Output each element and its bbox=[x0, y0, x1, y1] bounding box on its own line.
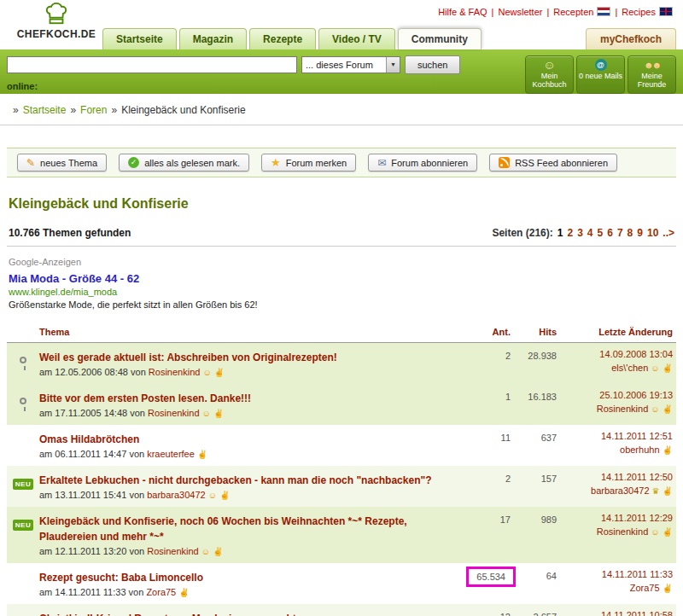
toolbar-button-star[interactable]: ★Forum merken bbox=[261, 154, 356, 171]
page-number-9[interactable]: 9 bbox=[637, 227, 643, 239]
toolbar-button-pencil[interactable]: ✎neues Thema bbox=[17, 154, 107, 171]
author-link[interactable]: Rosinenkind bbox=[147, 546, 199, 556]
at-icon: @ bbox=[595, 59, 607, 71]
topic-title-link[interactable]: Kleingebäck und Konfiserie, noch 06 Woch… bbox=[39, 515, 407, 543]
search-scope-select[interactable]: ... dieses Forum ▼ bbox=[301, 56, 400, 73]
hits-cell: 28.938 bbox=[511, 349, 557, 378]
topic-title-link[interactable]: Christkindl-Kringel Rezept von Max Inzin… bbox=[39, 613, 296, 616]
author-link[interactable]: Rosinenkind bbox=[148, 408, 200, 418]
page-number-2[interactable]: 2 bbox=[567, 227, 573, 239]
page-number-5[interactable]: 5 bbox=[598, 227, 604, 239]
table-row: Bitte vor dem ersten Posten lesen. Danke… bbox=[7, 384, 676, 425]
ad-url-link[interactable]: www.klingel.de/mia_moda bbox=[9, 287, 676, 297]
author-link[interactable]: Zora75 bbox=[146, 587, 176, 597]
topic-cell: Kleingebäck und Konfiserie, noch 06 Woch… bbox=[39, 513, 461, 557]
hits-cell: 2.657 bbox=[511, 610, 557, 616]
page-number-10[interactable]: 10 bbox=[647, 227, 658, 239]
topic-title-link[interactable]: Omas Hildabrötchen bbox=[39, 433, 139, 445]
last-author-link[interactable]: els\'chen bbox=[611, 363, 648, 373]
last-change-author: oberhuhn✌ bbox=[557, 445, 673, 455]
tab-mychefkoch[interactable]: myChefkoch bbox=[586, 28, 676, 49]
page-number-7[interactable]: 7 bbox=[617, 227, 623, 239]
toolbar-button-mail[interactable]: ✉Forum abonnieren bbox=[368, 154, 477, 171]
last-author-link[interactable]: oberhuhn bbox=[620, 445, 660, 455]
cool-smiley-icon: ☺ bbox=[202, 368, 211, 377]
table-row: NEUChristkindl-Kringel Rezept von Max In… bbox=[7, 604, 676, 616]
last-change-author: barbara30472♛✌ bbox=[557, 485, 673, 496]
topic-subtitle: am 17.11.2005 14:48 von Rosinenkind☺✌ bbox=[39, 408, 451, 419]
pinned-icon bbox=[20, 398, 26, 404]
author-link[interactable]: barbara30472 bbox=[147, 490, 206, 500]
top-link-recipes[interactable]: Recipes bbox=[622, 7, 656, 17]
chefkoch-logo[interactable]: CHEFKOCH.DE bbox=[14, 2, 99, 41]
hand-icon: ✌ bbox=[663, 363, 673, 373]
author-link[interactable]: Rosinenkind bbox=[149, 367, 201, 377]
page-number-3[interactable]: 3 bbox=[577, 227, 583, 239]
ad-title-link[interactable]: Mia Moda - Größe 44 - 62 bbox=[9, 272, 676, 285]
page-number-6[interactable]: 6 bbox=[607, 227, 613, 239]
breadcrumb-startseite[interactable]: Startseite bbox=[23, 104, 67, 116]
tab-rezepte[interactable]: Rezepte bbox=[249, 28, 316, 49]
tab-video-tv[interactable]: Video / TV bbox=[318, 28, 395, 49]
page-number-1: 1 bbox=[557, 227, 563, 239]
tab-startseite[interactable]: Startseite bbox=[102, 28, 177, 49]
topic-title-link[interactable]: Weil es gerade aktuell ist: Abschreiben … bbox=[39, 352, 337, 363]
top-link-newsletter[interactable]: Newsletter bbox=[498, 7, 542, 17]
star-icon: ★ bbox=[271, 158, 281, 168]
link-separator: | bbox=[615, 7, 617, 17]
last-change-author: Rosinenkind☺✌ bbox=[557, 526, 673, 537]
page-number-[interactable]: ..> bbox=[663, 227, 674, 239]
hand-icon: ✌ bbox=[178, 588, 189, 597]
last-change-cell: 14.11.2011 12:50barbara30472♛✌ bbox=[557, 472, 676, 501]
top-link-hilfe-faq[interactable]: Hilfe & FAQ bbox=[438, 7, 487, 17]
topic-title-link[interactable]: Erkaltete Lebkuchen - nicht durchgebacke… bbox=[39, 474, 432, 486]
tab-community[interactable]: Community bbox=[398, 28, 482, 49]
quick-button-kochbuch[interactable]: ☺Mein Kochbuch bbox=[525, 55, 574, 94]
cool-smiley-icon: ☺ bbox=[202, 409, 211, 418]
topic-title-link[interactable]: Rezept gesucht: Baba Limoncello bbox=[39, 572, 203, 584]
hits-cell: 637 bbox=[511, 431, 557, 460]
toolbar-button-rss[interactable]: RSS Feed abonnieren bbox=[489, 154, 617, 171]
toolbar-button-check[interactable]: ✓alles als gelesen mark. bbox=[119, 154, 249, 171]
topic-subtitle: am 12.11.2011 13:20 von Rosinenkind☺✌ bbox=[39, 546, 451, 557]
last-change-date: 14.11.2011 11:33 bbox=[557, 569, 673, 579]
tab-magazin[interactable]: Magazin bbox=[179, 28, 247, 49]
friends-icon: ☻☻ bbox=[628, 58, 675, 72]
breadcrumb-separator: » bbox=[70, 104, 76, 116]
chef-hat-icon bbox=[42, 2, 71, 26]
quick-button-mails[interactable]: @0 neue Mails bbox=[576, 55, 625, 94]
last-author-link[interactable]: Rosinenkind bbox=[597, 404, 649, 414]
author-link[interactable]: kraeuterfee bbox=[147, 449, 195, 459]
answer-count: 17 bbox=[500, 514, 511, 525]
pencil-icon: ✎ bbox=[26, 158, 35, 168]
page-number-8[interactable]: 8 bbox=[628, 227, 633, 239]
hits-cell: 157 bbox=[511, 472, 557, 501]
breadcrumb-foren[interactable]: Foren bbox=[80, 104, 107, 116]
table-header-row: Thema Ant. Hits Letzte Änderung bbox=[7, 323, 676, 343]
crown-icon: ♛ bbox=[652, 486, 660, 496]
answers-cell: 12 bbox=[461, 610, 511, 616]
search-button[interactable]: suchen bbox=[405, 55, 460, 74]
breadcrumb-separator: » bbox=[111, 104, 117, 116]
topic-subtitle: am 12.05.2006 08:48 von Rosinenkind☺✌ bbox=[39, 367, 451, 378]
last-author-link[interactable]: barbara30472 bbox=[591, 485, 650, 496]
row-gutter bbox=[7, 569, 39, 598]
envelope-icon: ✉ bbox=[377, 158, 386, 168]
ad-label: Google-Anzeigen bbox=[9, 257, 676, 267]
table-body: Weil es gerade aktuell ist: Abschreiben … bbox=[7, 343, 676, 616]
search-input[interactable] bbox=[7, 56, 297, 73]
page-number-4[interactable]: 4 bbox=[587, 227, 593, 239]
last-author-link[interactable]: Zora75 bbox=[630, 583, 660, 593]
page-title: Kleingebäck und Konfiserie bbox=[9, 196, 676, 212]
top-links: Hilfe & FAQ|Newsletter|Recepten|Recipes bbox=[438, 7, 673, 17]
last-author-link[interactable]: Rosinenkind bbox=[597, 526, 649, 537]
row-gutter: NEU bbox=[7, 513, 39, 557]
topic-subtitle: am 14.11.2011 11:33 von Zora75✌ bbox=[39, 587, 451, 598]
quick-button-friends[interactable]: ☻☻Meine Freunde bbox=[628, 55, 676, 94]
top-link-recepten[interactable]: Recepten bbox=[553, 7, 593, 17]
hand-icon: ✌ bbox=[213, 547, 223, 556]
topic-title-link[interactable]: Bitte vor dem ersten Posten lesen. Danke… bbox=[39, 392, 251, 404]
highlighted-answer-count: 65.534 bbox=[466, 567, 516, 587]
uk-flag-icon bbox=[659, 7, 673, 16]
table-row: Omas Hildabrötchenam 06.11.2011 14:47 vo… bbox=[7, 425, 676, 466]
